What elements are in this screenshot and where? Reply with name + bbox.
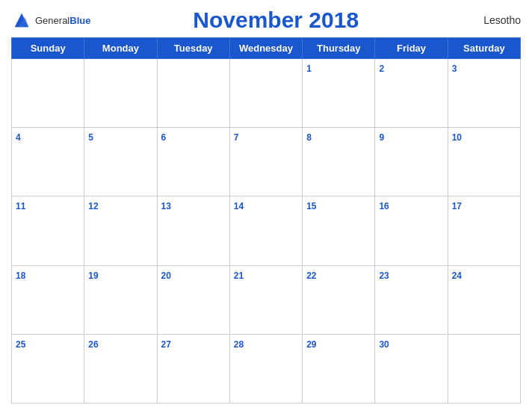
day-number: 4 [16,132,21,143]
week-row-3: 11121314151617 [12,197,521,265]
calendar-day: 8 [303,128,375,197]
calendar-day [229,59,302,128]
calendar-body: 1234567891011121314151617181920212223242… [12,59,521,404]
header-tuesday: Tuesday [157,38,229,59]
day-number: 14 [234,201,244,211]
calendar-day: 23 [375,265,448,334]
calendar-day: 12 [84,197,157,265]
calendar-day: 22 [303,265,375,334]
header-monday: Monday [84,38,157,59]
day-number: 25 [16,339,25,350]
calendar-day: 2 [375,59,448,128]
calendar-header: GeneralBlue November 2018 Lesotho [11,7,521,33]
calendar-day [12,59,84,128]
calendar-day: 28 [229,334,302,403]
calendar-day: 18 [12,265,84,334]
day-number: 5 [88,132,93,143]
calendar-wrapper: GeneralBlue November 2018 Lesotho Sunday… [0,0,532,411]
calendar-day: 15 [303,197,375,265]
day-number: 17 [452,201,462,211]
calendar-day [84,59,157,128]
calendar-table: Sunday Monday Tuesday Wednesday Thursday… [11,37,521,404]
generalblue-logo-icon [11,10,32,31]
day-number: 29 [306,339,316,350]
day-number: 8 [306,132,312,143]
day-number: 30 [379,339,389,350]
day-number: 19 [88,271,98,281]
day-number: 20 [161,271,171,281]
day-number: 9 [379,132,384,143]
calendar-day: 21 [229,265,302,334]
calendar-day: 20 [157,265,229,334]
day-number: 22 [306,271,316,281]
day-number: 13 [161,201,171,211]
day-number: 3 [452,64,457,74]
logo-area: GeneralBlue [11,10,90,31]
day-number: 12 [88,201,98,211]
calendar-day: 26 [84,334,157,403]
week-row-4: 18192021222324 [12,265,521,334]
calendar-day [157,59,229,128]
calendar-day: 5 [84,128,157,197]
header-thursday: Thursday [303,38,375,59]
calendar-day: 16 [375,197,448,265]
calendar-day: 14 [229,197,302,265]
day-number: 21 [234,271,244,281]
calendar-day: 17 [448,197,520,265]
country-label: Lesotho [461,14,521,26]
day-number: 27 [161,339,171,350]
header-friday: Friday [375,38,448,59]
calendar-day: 11 [12,197,84,265]
week-row-2: 45678910 [12,128,521,197]
day-number: 7 [234,132,239,143]
day-number: 10 [452,132,462,143]
calendar-day: 25 [12,334,84,403]
calendar-day: 6 [157,128,229,197]
calendar-day: 29 [303,334,375,403]
calendar-day: 3 [448,59,520,128]
day-number: 15 [306,201,316,211]
week-row-5: 252627282930 [12,334,521,403]
calendar-day: 30 [375,334,448,403]
header-wednesday: Wednesday [229,38,302,59]
calendar-day: 9 [375,128,448,197]
calendar-day: 7 [229,128,302,197]
calendar-day: 27 [157,334,229,403]
calendar-title: November 2018 [90,7,461,33]
calendar-day [448,334,520,403]
day-number: 18 [16,271,25,281]
day-number: 23 [379,271,389,281]
logo-general-text: General [35,15,69,26]
calendar-day: 19 [84,265,157,334]
day-number: 28 [234,339,244,350]
header-sunday: Sunday [12,38,84,59]
header-saturday: Saturday [448,38,520,59]
day-number: 1 [306,64,312,74]
calendar-day: 24 [448,265,520,334]
calendar-day: 10 [448,128,520,197]
day-number: 6 [161,132,167,143]
weekday-header-row: Sunday Monday Tuesday Wednesday Thursday… [12,38,521,59]
day-number: 24 [452,271,462,281]
day-number: 2 [379,64,384,74]
calendar-day: 1 [303,59,375,128]
logo-label: GeneralBlue [35,13,90,27]
day-number: 11 [16,201,25,211]
logo-blue-text: Blue [69,15,90,26]
calendar-day: 4 [12,128,84,197]
week-row-1: 123 [12,59,521,128]
day-number: 26 [88,339,98,350]
calendar-day: 13 [157,197,229,265]
day-number: 16 [379,201,389,211]
